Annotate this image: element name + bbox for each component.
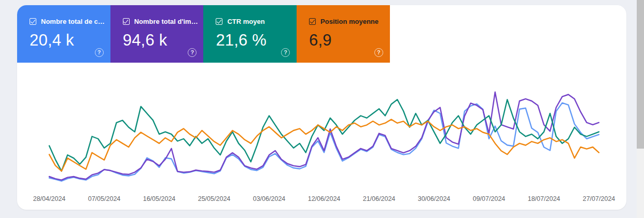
card-label: Nombre total de c… — [41, 18, 105, 25]
card-label: Nombre total d'im… — [134, 18, 198, 25]
card-label: CTR moyen — [227, 18, 264, 25]
scrollbar-thumb[interactable] — [637, 0, 644, 149]
card-total-clicks[interactable]: Nombre total de c… 20,4 k ? — [17, 5, 110, 63]
card-value: 6,9 — [309, 31, 390, 50]
card-value: 94,6 k — [123, 31, 204, 50]
vertical-scrollbar[interactable] — [637, 0, 644, 218]
x-axis-label: 27/07/2024 — [583, 195, 615, 202]
help-icon[interactable]: ? — [188, 48, 197, 57]
chart-canvas[interactable]: 28/04/202407/05/202416/05/202425/05/2024… — [17, 77, 626, 207]
card-total-impressions[interactable]: Nombre total d'im… 94,6 k ? — [110, 5, 204, 63]
x-axis-label: 12/06/2024 — [308, 195, 341, 202]
x-axis-label: 18/07/2024 — [528, 195, 561, 202]
card-value: 21,6 % — [216, 31, 297, 50]
performance-panel: Nombre total de c… 20,4 k ? Nombre total… — [17, 5, 626, 210]
card-label: Position moyenne — [320, 18, 379, 25]
checkbox-checked-icon[interactable] — [309, 18, 316, 25]
x-axis-label: 25/05/2024 — [198, 195, 231, 202]
x-axis-label: 07/05/2024 — [88, 195, 121, 202]
checkbox-checked-icon[interactable] — [216, 18, 222, 25]
series-line-ctr-moyen — [49, 99, 599, 171]
card-label-row: CTR moyen — [216, 18, 297, 25]
metric-cards: Nombre total de c… 20,4 k ? Nombre total… — [17, 5, 390, 63]
x-axis-label: 21/06/2024 — [363, 195, 396, 202]
card-label-row: Nombre total de c… — [30, 18, 110, 25]
card-average-position[interactable]: Position moyenne 6,9 ? — [297, 5, 390, 63]
help-icon[interactable]: ? — [374, 48, 383, 57]
checkbox-checked-icon[interactable] — [30, 18, 36, 25]
help-icon[interactable]: ? — [281, 48, 290, 57]
x-axis-label: 16/05/2024 — [143, 195, 176, 202]
card-label-row: Nombre total d'im… — [123, 18, 204, 25]
performance-chart[interactable]: 28/04/202407/05/202416/05/202425/05/2024… — [17, 77, 626, 207]
x-axis-label: 03/06/2024 — [253, 195, 286, 202]
x-axis-label: 30/06/2024 — [418, 195, 451, 202]
card-average-ctr[interactable]: CTR moyen 21,6 % ? — [203, 5, 297, 63]
series-line-nombre-total-d-impressions — [49, 92, 599, 180]
checkbox-checked-icon[interactable] — [123, 18, 130, 25]
card-label-row: Position moyenne — [309, 18, 390, 25]
x-axis-label: 09/07/2024 — [473, 195, 506, 202]
x-axis-label: 28/04/2024 — [33, 195, 66, 202]
card-value: 20,4 k — [30, 31, 110, 50]
help-icon[interactable]: ? — [95, 48, 104, 57]
